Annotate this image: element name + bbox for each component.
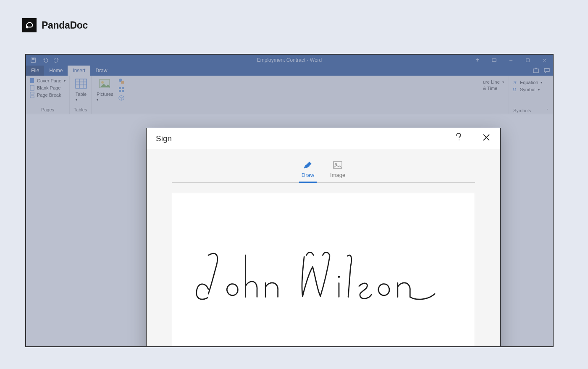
svg-rect-9 <box>533 69 538 73</box>
svg-rect-26 <box>122 90 124 92</box>
redo-icon[interactable] <box>54 57 60 63</box>
svg-rect-25 <box>119 90 121 92</box>
tab-file[interactable]: File <box>26 66 44 76</box>
svg-point-34 <box>338 276 340 278</box>
signature-mode-draw-label: Draw <box>302 172 314 178</box>
svg-text:π: π <box>513 80 517 85</box>
signature-mode-tabs: Draw Image <box>172 161 475 183</box>
share-icon[interactable] <box>533 67 539 74</box>
symbol-label: Symbol <box>520 87 536 92</box>
equation-icon: π <box>512 79 518 85</box>
blank-page-button[interactable]: Blank Page <box>29 84 66 91</box>
svg-point-33 <box>335 163 337 165</box>
word-titlebar: Employment Contract - Word <box>26 55 553 66</box>
pictures-icon <box>99 78 111 90</box>
draw-icon <box>303 161 313 169</box>
window-controls <box>469 55 553 66</box>
svg-rect-14 <box>76 79 87 88</box>
svg-rect-24 <box>122 87 124 89</box>
ribbon-group-tables-label: Tables <box>72 107 89 113</box>
svg-rect-4 <box>492 58 496 61</box>
maximize-icon[interactable] <box>519 55 536 66</box>
brand-header: PandaDoc <box>22 18 88 32</box>
signature-line-label: ure Line <box>483 79 500 84</box>
help-button[interactable] <box>452 130 465 147</box>
date-time-label: & Time <box>483 86 497 91</box>
pandadoc-logo-icon <box>22 18 37 32</box>
svg-rect-2 <box>32 58 34 60</box>
blank-page-icon <box>29 85 35 91</box>
image-icon <box>333 161 343 169</box>
close-icon[interactable] <box>536 55 553 66</box>
models-icon[interactable] <box>118 95 124 101</box>
ribbon-group-pages: Cover Page▾ Blank Page Page Break Pages <box>26 76 70 114</box>
svg-rect-6 <box>526 58 529 61</box>
equation-label: Equation <box>520 80 538 85</box>
collapse-ribbon-icon[interactable]: ˄ <box>546 108 549 113</box>
signature-canvas[interactable] <box>172 193 475 347</box>
ribbon-group-text-partial: ure Line▾ & Time <box>480 76 509 114</box>
cover-page-label: Cover Page <box>37 78 61 83</box>
svg-rect-10 <box>30 78 34 83</box>
blank-page-label: Blank Page <box>37 85 60 90</box>
svg-rect-23 <box>119 87 121 89</box>
cover-page-icon <box>29 78 35 84</box>
date-time-button[interactable]: & Time <box>482 85 506 91</box>
tab-draw[interactable]: Draw <box>90 66 112 76</box>
symbol-button[interactable]: Ω Symbol▾ <box>512 86 550 93</box>
svg-rect-11 <box>30 85 34 90</box>
brand-name: PandaDoc <box>42 20 88 31</box>
ribbon-group-pages-label: Pages <box>29 107 67 113</box>
equation-button[interactable]: π Equation▾ <box>512 79 550 86</box>
tab-home[interactable]: Home <box>44 66 68 76</box>
table-button[interactable]: Table▾ <box>72 77 90 107</box>
signature-drawing <box>184 232 462 317</box>
dialog-titlebar: Sign <box>147 128 500 149</box>
signature-mode-image-tab[interactable]: Image <box>330 161 345 182</box>
dialog-close-button[interactable] <box>480 131 493 146</box>
signature-line-button[interactable]: ure Line▾ <box>482 79 506 85</box>
signature-mode-draw-tab[interactable]: Draw <box>302 161 314 182</box>
svg-point-29 <box>459 140 459 140</box>
page-break-icon <box>29 92 35 98</box>
table-icon <box>75 78 87 90</box>
svg-text:Ω: Ω <box>513 87 516 92</box>
page-break-button[interactable]: Page Break <box>29 92 66 98</box>
svg-rect-22 <box>121 81 124 84</box>
ribbon-group-symbols-label: Symbols <box>513 108 531 113</box>
word-window: Employment Contract - Word File Home Ins… <box>25 54 554 347</box>
svg-point-20 <box>101 81 104 84</box>
ribbon-display-icon[interactable] <box>486 55 502 66</box>
symbol-icon: Ω <box>512 87 518 92</box>
comments-icon[interactable] <box>543 67 550 74</box>
sign-dialog: Sign Draw <box>146 128 501 347</box>
page-break-label: Page Break <box>37 92 61 98</box>
icons-icon[interactable] <box>118 87 124 92</box>
table-label: Table <box>76 92 87 97</box>
signature-mode-image-label: Image <box>330 172 345 178</box>
pictures-button[interactable]: Pictures▾ <box>94 77 116 113</box>
svg-rect-12 <box>30 92 34 94</box>
save-icon[interactable] <box>30 57 36 63</box>
ribbon-group-illustrations: Pictures▾ <box>92 76 125 114</box>
cover-page-button[interactable]: Cover Page▾ <box>29 77 66 84</box>
dialog-title: Sign <box>156 134 172 143</box>
svg-rect-13 <box>30 96 34 98</box>
accessibility-icon[interactable] <box>469 55 486 66</box>
minimize-icon[interactable] <box>502 55 519 66</box>
svg-point-3 <box>477 58 478 59</box>
pictures-label: Pictures <box>97 92 113 97</box>
svg-point-0 <box>26 26 28 28</box>
ribbon-group-tables: Table▾ Tables <box>70 76 92 114</box>
ribbon: Cover Page▾ Blank Page Page Break Pages <box>26 76 553 114</box>
undo-icon[interactable] <box>42 57 48 63</box>
quick-access-toolbar <box>26 57 60 63</box>
ribbon-tabs: File Home Insert Draw <box>26 66 553 76</box>
ribbon-group-symbols: π Equation▾ Ω Symbol▾ Symbols ˄ <box>509 76 553 114</box>
svg-rect-32 <box>333 162 342 169</box>
tab-insert[interactable]: Insert <box>68 66 90 76</box>
shapes-icon[interactable] <box>118 78 124 84</box>
